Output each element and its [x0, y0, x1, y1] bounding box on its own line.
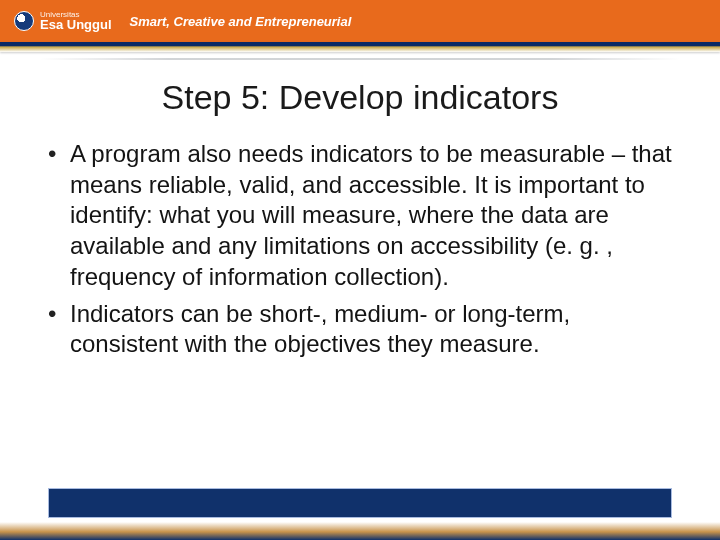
- footer-gradient: [0, 522, 720, 540]
- list-item: A program also needs indicators to be me…: [46, 139, 674, 293]
- logo-text: Universitas Esa Unggul: [40, 11, 112, 31]
- footer-decoration: [0, 488, 720, 540]
- slide-title: Step 5: Develop indicators: [0, 78, 720, 117]
- list-item: Indicators can be short-, medium- or lon…: [46, 299, 674, 360]
- header-bar: Universitas Esa Unggul Smart, Creative a…: [0, 0, 720, 42]
- logo-icon: [14, 11, 34, 31]
- bullet-list: A program also needs indicators to be me…: [46, 139, 674, 360]
- thin-divider: [40, 58, 680, 60]
- tagline: Smart, Creative and Entrepreneurial: [130, 14, 352, 29]
- header-divider: [0, 42, 720, 52]
- slide-content: A program also needs indicators to be me…: [0, 139, 720, 360]
- logo-small-text: Universitas: [40, 11, 112, 19]
- logo-name: Esa Unggul: [40, 17, 112, 32]
- university-logo: Universitas Esa Unggul: [14, 11, 112, 31]
- footer-band: [48, 488, 672, 518]
